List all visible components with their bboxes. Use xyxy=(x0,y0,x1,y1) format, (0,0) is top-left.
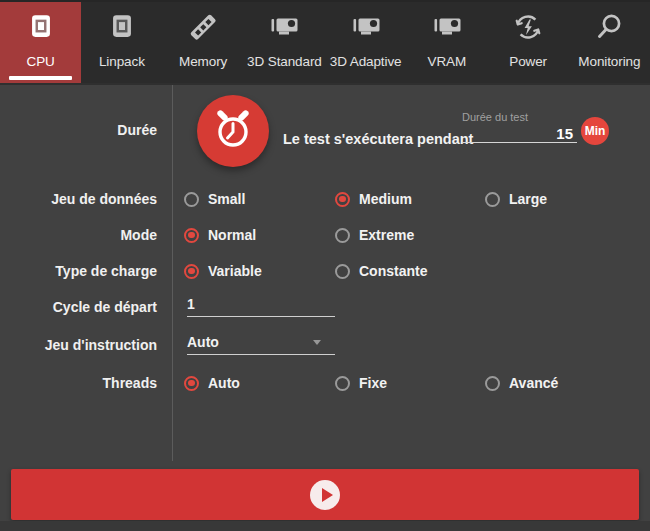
power-cycle-icon xyxy=(511,8,545,45)
duration-description: Le test s'exécutera pendant xyxy=(283,131,473,147)
tab-vram[interactable]: VRAM xyxy=(406,2,487,83)
start-test-button[interactable] xyxy=(11,469,639,520)
tab-label: VRAM xyxy=(428,45,467,79)
gpu-card-icon xyxy=(267,8,301,45)
duration-label: Durée xyxy=(0,120,157,140)
test-duration-input[interactable]: 15 xyxy=(462,126,577,143)
instruction-set-select[interactable]: Auto xyxy=(187,332,335,355)
window-bottom-edge xyxy=(0,521,650,531)
app-window: CPU Linpack xyxy=(0,0,650,531)
radio-avance[interactable]: Avancé xyxy=(485,372,558,394)
mode-radio-group: Normal Extreme xyxy=(0,224,650,246)
tab-label: Linpack xyxy=(99,45,145,79)
radio-icon xyxy=(485,192,500,207)
dataset-radio-group: Small Medium Large xyxy=(0,188,650,210)
cpu-chip-icon xyxy=(25,8,57,45)
ram-stick-icon xyxy=(186,8,220,45)
radio-normal[interactable]: Normal xyxy=(184,224,256,246)
radio-icon xyxy=(335,192,350,207)
tab-linpack[interactable]: Linpack xyxy=(81,2,162,83)
radio-small[interactable]: Small xyxy=(184,188,245,210)
tab-label: Memory xyxy=(179,45,227,79)
tab-3d-standard[interactable]: 3D Standard xyxy=(244,2,325,83)
radio-icon xyxy=(184,264,199,279)
radio-auto[interactable]: Auto xyxy=(184,372,240,394)
chevron-down-icon xyxy=(313,340,321,345)
radio-icon xyxy=(184,228,199,243)
chip-icon xyxy=(106,8,138,45)
tab-3d-adaptive[interactable]: 3D Adaptive xyxy=(325,2,406,83)
tab-label: Power xyxy=(509,45,547,79)
alarm-clock-button[interactable] xyxy=(197,95,269,167)
magnifier-icon xyxy=(592,8,626,45)
tab-cpu[interactable]: CPU xyxy=(0,2,81,83)
minutes-unit-button[interactable]: Min xyxy=(581,117,609,145)
tab-label: CPU xyxy=(27,45,55,79)
tab-memory[interactable]: Memory xyxy=(163,2,244,83)
radio-icon xyxy=(335,376,350,391)
radio-extreme[interactable]: Extreme xyxy=(335,224,414,246)
radio-icon xyxy=(184,376,199,391)
gpu-card-icon xyxy=(430,8,464,45)
tab-monitoring[interactable]: Monitoring xyxy=(569,2,650,83)
selected-value: Auto xyxy=(187,334,219,350)
play-icon xyxy=(310,480,340,510)
radio-large[interactable]: Large xyxy=(485,188,547,210)
test-duration-field-label: Durée du test xyxy=(462,111,528,123)
tab-power[interactable]: Power xyxy=(488,2,569,83)
start-cycle-input[interactable]: 1 xyxy=(187,294,335,317)
radio-icon xyxy=(485,376,500,391)
threads-radio-group: Auto Fixe Avancé xyxy=(0,372,650,394)
radio-constante[interactable]: Constante xyxy=(335,260,427,282)
tab-label: 3D Adaptive xyxy=(330,45,402,79)
tab-label: 3D Standard xyxy=(247,45,322,79)
alarm-clock-icon xyxy=(211,107,255,155)
tab-bar: CPU Linpack xyxy=(0,0,650,85)
load-type-radio-group: Variable Constante xyxy=(0,260,650,282)
tab-label: Monitoring xyxy=(578,45,640,79)
start-cycle-row: 1 xyxy=(0,296,650,318)
radio-icon xyxy=(184,192,199,207)
gpu-card-icon xyxy=(349,8,383,45)
cpu-test-settings-panel: Durée Le test s'exécutera pendant Durée … xyxy=(0,85,650,521)
radio-icon xyxy=(335,264,350,279)
radio-icon xyxy=(335,228,350,243)
radio-medium[interactable]: Medium xyxy=(335,188,412,210)
instruction-set-row: Auto xyxy=(0,334,650,356)
radio-variable[interactable]: Variable xyxy=(184,260,262,282)
radio-fixe[interactable]: Fixe xyxy=(335,372,387,394)
